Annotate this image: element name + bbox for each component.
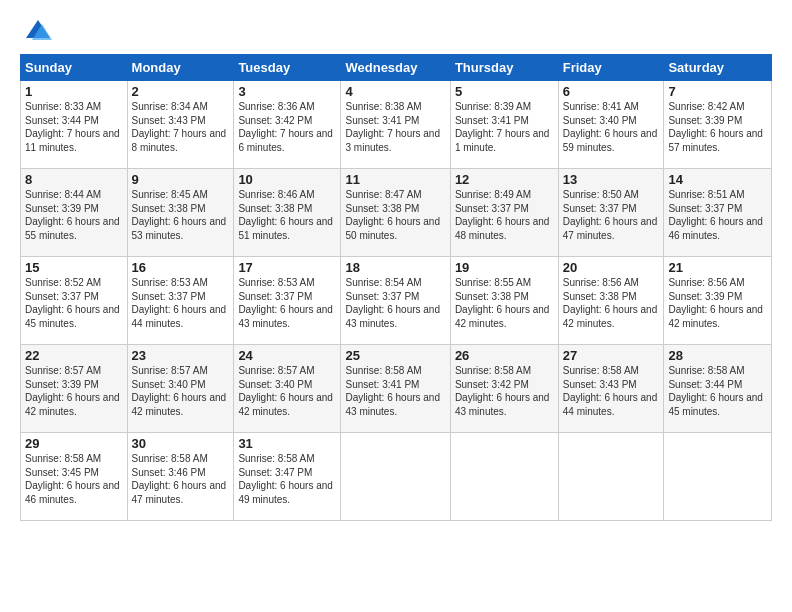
day-info: Sunrise: 8:46 AMSunset: 3:38 PMDaylight:… [238,189,333,241]
logo-icon [24,16,52,44]
calendar-header-row: SundayMondayTuesdayWednesdayThursdayFrid… [21,55,772,81]
day-number: 7 [668,84,767,99]
calendar-cell: 16 Sunrise: 8:53 AMSunset: 3:37 PMDaylig… [127,257,234,345]
day-info: Sunrise: 8:45 AMSunset: 3:38 PMDaylight:… [132,189,227,241]
calendar-cell: 1 Sunrise: 8:33 AMSunset: 3:44 PMDayligh… [21,81,128,169]
day-number: 31 [238,436,336,451]
day-info: Sunrise: 8:57 AMSunset: 3:40 PMDaylight:… [238,365,333,417]
calendar-cell: 24 Sunrise: 8:57 AMSunset: 3:40 PMDaylig… [234,345,341,433]
day-info: Sunrise: 8:58 AMSunset: 3:41 PMDaylight:… [345,365,440,417]
calendar-week-row: 29 Sunrise: 8:58 AMSunset: 3:45 PMDaylig… [21,433,772,521]
calendar-cell [450,433,558,521]
day-number: 14 [668,172,767,187]
day-info: Sunrise: 8:56 AMSunset: 3:39 PMDaylight:… [668,277,763,329]
calendar-week-row: 15 Sunrise: 8:52 AMSunset: 3:37 PMDaylig… [21,257,772,345]
day-info: Sunrise: 8:58 AMSunset: 3:45 PMDaylight:… [25,453,120,505]
day-number: 18 [345,260,445,275]
day-info: Sunrise: 8:47 AMSunset: 3:38 PMDaylight:… [345,189,440,241]
day-info: Sunrise: 8:53 AMSunset: 3:37 PMDaylight:… [238,277,333,329]
calendar-cell: 30 Sunrise: 8:58 AMSunset: 3:46 PMDaylig… [127,433,234,521]
calendar-cell: 4 Sunrise: 8:38 AMSunset: 3:41 PMDayligh… [341,81,450,169]
day-info: Sunrise: 8:58 AMSunset: 3:42 PMDaylight:… [455,365,550,417]
day-of-week-header: Tuesday [234,55,341,81]
day-info: Sunrise: 8:54 AMSunset: 3:37 PMDaylight:… [345,277,440,329]
day-number: 27 [563,348,660,363]
day-number: 12 [455,172,554,187]
calendar-cell: 6 Sunrise: 8:41 AMSunset: 3:40 PMDayligh… [558,81,664,169]
calendar-cell [341,433,450,521]
day-info: Sunrise: 8:58 AMSunset: 3:46 PMDaylight:… [132,453,227,505]
calendar-cell: 21 Sunrise: 8:56 AMSunset: 3:39 PMDaylig… [664,257,772,345]
day-number: 22 [25,348,123,363]
day-info: Sunrise: 8:56 AMSunset: 3:38 PMDaylight:… [563,277,658,329]
day-info: Sunrise: 8:39 AMSunset: 3:41 PMDaylight:… [455,101,550,153]
day-number: 5 [455,84,554,99]
calendar-week-row: 22 Sunrise: 8:57 AMSunset: 3:39 PMDaylig… [21,345,772,433]
day-number: 9 [132,172,230,187]
calendar-cell: 5 Sunrise: 8:39 AMSunset: 3:41 PMDayligh… [450,81,558,169]
calendar-cell: 28 Sunrise: 8:58 AMSunset: 3:44 PMDaylig… [664,345,772,433]
day-info: Sunrise: 8:41 AMSunset: 3:40 PMDaylight:… [563,101,658,153]
calendar-cell: 10 Sunrise: 8:46 AMSunset: 3:38 PMDaylig… [234,169,341,257]
day-number: 20 [563,260,660,275]
day-number: 17 [238,260,336,275]
page: SundayMondayTuesdayWednesdayThursdayFrid… [0,0,792,612]
day-number: 4 [345,84,445,99]
calendar-cell: 22 Sunrise: 8:57 AMSunset: 3:39 PMDaylig… [21,345,128,433]
day-of-week-header: Monday [127,55,234,81]
calendar-cell: 15 Sunrise: 8:52 AMSunset: 3:37 PMDaylig… [21,257,128,345]
day-info: Sunrise: 8:44 AMSunset: 3:39 PMDaylight:… [25,189,120,241]
calendar-cell: 20 Sunrise: 8:56 AMSunset: 3:38 PMDaylig… [558,257,664,345]
day-info: Sunrise: 8:33 AMSunset: 3:44 PMDaylight:… [25,101,120,153]
logo [20,16,52,44]
day-info: Sunrise: 8:58 AMSunset: 3:44 PMDaylight:… [668,365,763,417]
day-info: Sunrise: 8:55 AMSunset: 3:38 PMDaylight:… [455,277,550,329]
day-number: 15 [25,260,123,275]
day-number: 23 [132,348,230,363]
day-of-week-header: Saturday [664,55,772,81]
calendar-cell: 12 Sunrise: 8:49 AMSunset: 3:37 PMDaylig… [450,169,558,257]
day-info: Sunrise: 8:58 AMSunset: 3:47 PMDaylight:… [238,453,333,505]
day-of-week-header: Friday [558,55,664,81]
day-info: Sunrise: 8:34 AMSunset: 3:43 PMDaylight:… [132,101,227,153]
day-number: 29 [25,436,123,451]
calendar-cell [664,433,772,521]
day-number: 19 [455,260,554,275]
calendar-cell: 9 Sunrise: 8:45 AMSunset: 3:38 PMDayligh… [127,169,234,257]
calendar-table: SundayMondayTuesdayWednesdayThursdayFrid… [20,54,772,521]
day-number: 10 [238,172,336,187]
day-number: 28 [668,348,767,363]
day-info: Sunrise: 8:57 AMSunset: 3:39 PMDaylight:… [25,365,120,417]
calendar-cell: 23 Sunrise: 8:57 AMSunset: 3:40 PMDaylig… [127,345,234,433]
calendar-week-row: 8 Sunrise: 8:44 AMSunset: 3:39 PMDayligh… [21,169,772,257]
day-info: Sunrise: 8:57 AMSunset: 3:40 PMDaylight:… [132,365,227,417]
calendar-cell [558,433,664,521]
calendar-cell: 19 Sunrise: 8:55 AMSunset: 3:38 PMDaylig… [450,257,558,345]
calendar-cell: 2 Sunrise: 8:34 AMSunset: 3:43 PMDayligh… [127,81,234,169]
day-number: 24 [238,348,336,363]
day-number: 1 [25,84,123,99]
header [20,16,772,44]
day-number: 3 [238,84,336,99]
calendar-cell: 7 Sunrise: 8:42 AMSunset: 3:39 PMDayligh… [664,81,772,169]
calendar-cell: 18 Sunrise: 8:54 AMSunset: 3:37 PMDaylig… [341,257,450,345]
day-info: Sunrise: 8:42 AMSunset: 3:39 PMDaylight:… [668,101,763,153]
day-of-week-header: Sunday [21,55,128,81]
day-number: 30 [132,436,230,451]
calendar-cell: 17 Sunrise: 8:53 AMSunset: 3:37 PMDaylig… [234,257,341,345]
day-number: 2 [132,84,230,99]
calendar-cell: 29 Sunrise: 8:58 AMSunset: 3:45 PMDaylig… [21,433,128,521]
day-of-week-header: Wednesday [341,55,450,81]
calendar-cell: 31 Sunrise: 8:58 AMSunset: 3:47 PMDaylig… [234,433,341,521]
day-number: 21 [668,260,767,275]
day-info: Sunrise: 8:53 AMSunset: 3:37 PMDaylight:… [132,277,227,329]
day-info: Sunrise: 8:50 AMSunset: 3:37 PMDaylight:… [563,189,658,241]
calendar-cell: 26 Sunrise: 8:58 AMSunset: 3:42 PMDaylig… [450,345,558,433]
calendar-cell: 27 Sunrise: 8:58 AMSunset: 3:43 PMDaylig… [558,345,664,433]
day-number: 26 [455,348,554,363]
day-info: Sunrise: 8:38 AMSunset: 3:41 PMDaylight:… [345,101,440,153]
calendar-cell: 13 Sunrise: 8:50 AMSunset: 3:37 PMDaylig… [558,169,664,257]
day-number: 25 [345,348,445,363]
calendar-cell: 25 Sunrise: 8:58 AMSunset: 3:41 PMDaylig… [341,345,450,433]
day-number: 16 [132,260,230,275]
